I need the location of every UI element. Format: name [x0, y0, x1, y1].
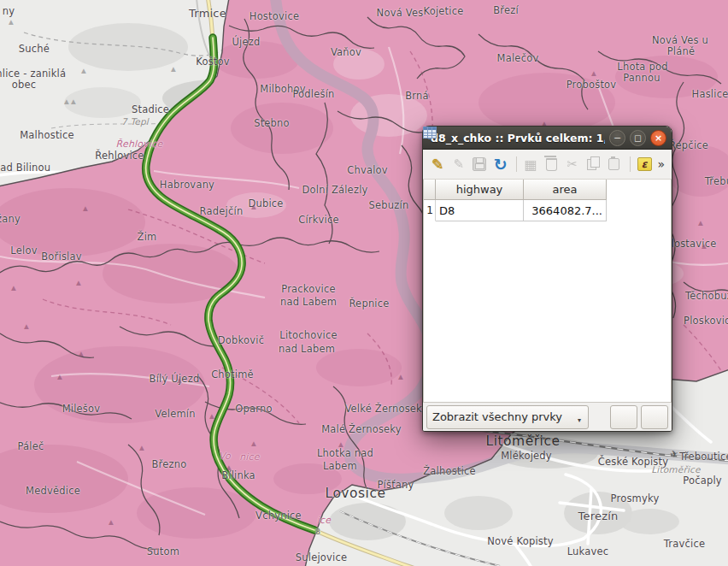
attribute-table[interactable]: highway area 1 D8 3664082.7... [423, 180, 672, 402]
table-corner[interactable] [424, 180, 436, 200]
multi-pencil-icon: ✎ [453, 156, 464, 172]
cell-area[interactable]: 3664082.7... [524, 200, 607, 221]
map-label: Prosmyky [611, 492, 660, 504]
map-label: 8 [315, 527, 320, 536]
field-calculator-button[interactable]: ε [635, 154, 654, 174]
toggle-editing-button[interactable]: ✎ [428, 154, 447, 174]
map-label: Litochovice [279, 329, 337, 341]
map-label: Vo [219, 451, 231, 462]
row-number[interactable]: 1 [424, 200, 436, 221]
map-label: Trmice [189, 7, 226, 20]
form-view-button[interactable] [610, 405, 637, 429]
attribute-table-footer: Zobrazit všechny prvky ▾ [423, 402, 672, 431]
map-label: žany [0, 213, 21, 225]
peak-icon: ▲ [398, 373, 403, 380]
peak-icon: ▲ [9, 18, 14, 26]
scissors-icon: ✂ [567, 156, 578, 172]
map-label: Chotimě [211, 368, 254, 380]
column-header-area[interactable]: area [524, 180, 607, 200]
map-label: Březí [493, 4, 519, 16]
paste-icon [608, 158, 619, 170]
map-label: Litoměřice [651, 464, 700, 475]
epsilon-icon: ε [637, 157, 652, 171]
filter-mode-label: Zobrazit všechny prvky [432, 410, 562, 423]
table-view-button[interactable] [641, 405, 668, 429]
close-button[interactable]: × [650, 130, 666, 146]
minimize-button[interactable]: − [609, 130, 625, 146]
peak-icon: ▲ [591, 69, 596, 77]
toolbar-separator [630, 156, 631, 172]
map-label: Lhotka nad [317, 447, 373, 459]
map-label: nad Labem [280, 296, 337, 308]
map-label: Suché [19, 43, 50, 55]
map-label: Těchobuzice [685, 290, 728, 302]
save-icon [473, 157, 486, 171]
map-label: Řepčice [669, 139, 708, 151]
paste-button[interactable] [605, 154, 624, 174]
map-label: Medvědice [26, 485, 80, 497]
map-label: Haslice [692, 88, 728, 100]
pencil-icon: ✎ [432, 156, 443, 173]
map-label: Řehlovice [116, 139, 163, 150]
map-label: Lovosice [326, 486, 386, 501]
maximize-button[interactable]: ◻ [630, 130, 646, 146]
map-canvas[interactable]: nySuchéchlice - zanikláobecMalhosticenad… [0, 0, 728, 566]
map-label: obec [12, 79, 37, 91]
map-label: Oparno [235, 403, 272, 415]
table-row[interactable]: 1 D8 3664082.7... [424, 200, 671, 221]
window-title: d8_x_chko :: Prvků celkem: 1, ... [431, 132, 605, 144]
map-label: nice [239, 451, 260, 463]
map-label: Březno [151, 458, 186, 470]
toolbar-overflow-button[interactable]: » [655, 157, 666, 171]
map-label: chlice - zaniklá [0, 68, 66, 80]
map-label: Lhota pod [617, 61, 667, 73]
column-header-highway[interactable]: highway [436, 180, 524, 200]
map-label: nad Bilinou [0, 162, 50, 174]
copy-button[interactable] [584, 154, 602, 174]
map-label: Velemín [155, 408, 195, 420]
map-label: Mlékojedy [501, 450, 552, 462]
map-label: Kojetice [424, 5, 464, 17]
map-label: Chvalov [347, 164, 388, 176]
map-label: Brná [405, 90, 429, 102]
refresh-icon: ↻ [494, 155, 508, 174]
map-label: Dobkovič [218, 334, 264, 346]
new-field-button[interactable]: ▦ [521, 154, 540, 174]
map-label: Sutom [147, 545, 179, 557]
delete-button[interactable] [542, 154, 561, 174]
save-edits-button[interactable] [470, 154, 489, 174]
map-label: Nové Kopisty [487, 535, 553, 547]
map-label: Proboštov [567, 79, 617, 91]
map-label: Travčice [664, 538, 705, 550]
map-label: Stebno [254, 117, 290, 129]
map-label: ny [3, 5, 15, 17]
attribute-table-window[interactable]: d8_x_chko :: Prvků celkem: 1, ... − ◻ × … [422, 126, 672, 432]
peak-icon: ▲ [57, 373, 62, 380]
cell-highway[interactable]: D8 [436, 200, 524, 221]
map-label: Nová Ves u [652, 34, 708, 46]
map-label: Řepnice [349, 298, 389, 310]
peak-icon: ▲ [226, 463, 232, 471]
map-label: Pannou [623, 72, 660, 84]
map-label: Malé Žernoseky [321, 423, 402, 435]
cut-button[interactable]: ✂ [563, 154, 582, 174]
attribute-toolbar: ✎ ✎ ↻ ▦ ✂ [423, 150, 672, 180]
peak-icon: ▲ [251, 439, 256, 447]
peak-icon: ▲ [702, 242, 707, 250]
peak-icon: ▲ [76, 279, 81, 286]
copy-icon [587, 159, 596, 170]
map-label: Vaňov [331, 46, 361, 58]
map-label: Dolní Zálezly [302, 184, 367, 196]
peak-icon: ▲ [24, 322, 29, 330]
map-label: Radejčín [200, 205, 244, 217]
toolbar-separator [516, 156, 517, 172]
multiedit-button[interactable]: ✎ [449, 154, 467, 174]
filter-mode-button[interactable]: Zobrazit všechny prvky ▾ [426, 405, 589, 429]
map-label: Sebuzín [369, 199, 409, 211]
caret-down-icon: ▾ [578, 416, 581, 424]
map-label: Milešov [62, 403, 101, 415]
reload-button[interactable]: ↻ [490, 154, 509, 174]
map-label: Malečov [497, 52, 539, 64]
window-titlebar[interactable]: d8_x_chko :: Prvků celkem: 1, ... − ◻ × [423, 127, 672, 150]
map-label: 7 Tepl [121, 116, 149, 127]
